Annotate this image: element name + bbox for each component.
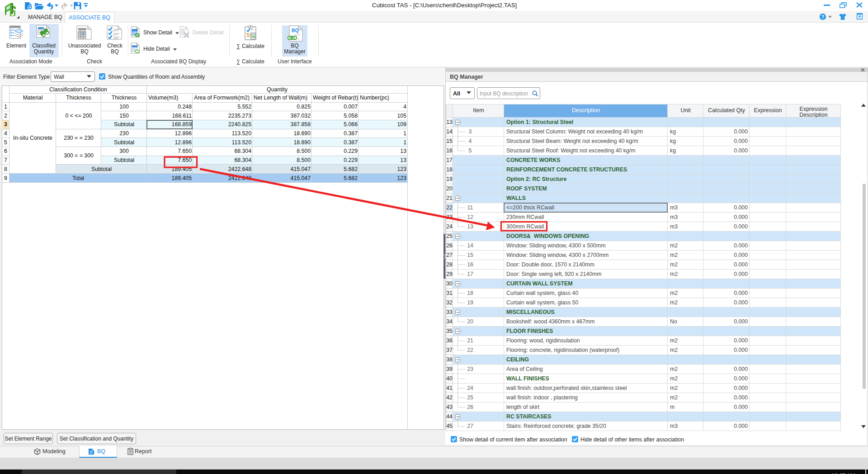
svg-text:?: ? [821,14,825,19]
svg-text:Σ: Σ [246,31,250,38]
svg-text:BQ: BQ [292,28,299,33]
